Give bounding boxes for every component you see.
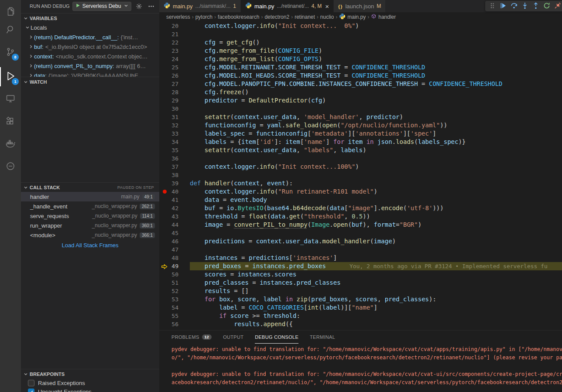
gutter[interactable]: 31 xyxy=(159,113,190,121)
panel-tab-debug-console[interactable]: DEBUG CONSOLE xyxy=(255,331,298,344)
editor-tab-main.py[interactable]: main.py.../siammask/...1 xyxy=(159,0,241,12)
activity-item-run-and-debug[interactable]: 1 xyxy=(0,67,21,86)
breakpoints-section-header[interactable]: BREAKPOINTS xyxy=(21,369,159,378)
breakpoints-rows: Raised ExceptionsUncaught Exceptions xyxy=(21,378,159,392)
variable-row[interactable]: (return) DefaultPredictor.__call__:{'ins… xyxy=(21,32,159,42)
gutter[interactable]: 48 xyxy=(159,254,190,262)
variable-row[interactable]: buf:<_io.BytesIO object at 0x7f5a2dc1ecc… xyxy=(21,42,159,51)
gutter[interactable]: 39 xyxy=(159,179,190,187)
gutter[interactable]: 41 xyxy=(159,196,190,204)
variable-row[interactable]: data:{'image': 'iVBOR0KG=AAAANSUhE… xyxy=(21,71,159,77)
gutter[interactable]: 37 xyxy=(159,163,190,171)
code-editor[interactable]: 20 context.logger.info("Init context... … xyxy=(159,22,562,330)
watch-section-header[interactable]: WATCH xyxy=(21,77,159,86)
step-over-button[interactable] xyxy=(509,1,519,11)
checkbox-checked[interactable] xyxy=(28,389,34,392)
code-text: buf = io.BytesIO(base64.b64decode(data["… xyxy=(190,204,562,212)
close-icon[interactable]: × xyxy=(325,3,329,10)
gutter[interactable]: 29 xyxy=(159,96,190,105)
gutter[interactable]: 42 xyxy=(159,204,190,212)
gutter[interactable]: 50 xyxy=(159,270,190,279)
breadcrumb-item-retinanet[interactable]: retinanet xyxy=(295,14,315,20)
stack-frame-row[interactable]: _handle_event_nuclio_wrapper.py262:1 xyxy=(21,201,159,211)
gutter[interactable]: 24 xyxy=(159,55,190,63)
disconnect-button[interactable] xyxy=(553,1,562,11)
activity-item-source-control[interactable]: 8 xyxy=(0,43,21,62)
breadcrumb-item-main.py[interactable]: main.py xyxy=(339,13,366,21)
stack-frame-row[interactable]: serve_requests_nuclio_wrapper.py114:1 xyxy=(21,211,159,221)
breadcrumb-item-detectron2[interactable]: detectron2 xyxy=(264,14,289,20)
line-number: 23 xyxy=(171,47,178,55)
gutter[interactable]: 38 xyxy=(159,171,190,179)
launch-config-dropdown[interactable]: Serverless Debu xyxy=(72,2,131,11)
activity-item-remote-explorer[interactable] xyxy=(0,89,21,109)
gutter[interactable]: 21 xyxy=(159,30,190,38)
scope-locals[interactable]: Locals xyxy=(21,23,159,32)
editor-tab-launch.json[interactable]: {}launch.jsonM xyxy=(334,0,386,12)
gutter[interactable]: 26 xyxy=(159,72,190,80)
breakpoint-row[interactable]: Raised Exceptions xyxy=(21,378,159,387)
gutter[interactable]: 27 xyxy=(159,80,190,88)
step-into-button[interactable] xyxy=(520,1,530,11)
gutter[interactable]: 56 xyxy=(159,320,190,328)
gutter[interactable]: 44 xyxy=(159,221,190,229)
variable-row[interactable]: context:<nuclio_sdk.context.Context obje… xyxy=(21,51,159,61)
gutter[interactable]: 46 xyxy=(159,237,190,245)
breadcrumb-item-serverless[interactable]: serverless xyxy=(166,14,190,20)
panel-tab-output[interactable]: OUTPUT xyxy=(223,331,243,344)
editor-tab-main.py[interactable]: main.py.../retinanet/...4, M× xyxy=(241,0,334,12)
variables-section-header[interactable]: VARIABLES xyxy=(21,13,159,23)
restart-button[interactable] xyxy=(542,1,552,11)
breakpoint-icon[interactable] xyxy=(163,190,167,194)
gutter[interactable]: 54 xyxy=(159,303,190,312)
gutter[interactable]: 45 xyxy=(159,229,190,237)
gutter[interactable]: 32 xyxy=(159,121,190,130)
line-number: 22 xyxy=(171,38,178,47)
start-debug-icon[interactable] xyxy=(75,3,80,9)
breadcrumb-item-handler[interactable]: handler xyxy=(371,14,396,20)
gutter[interactable]: 36 xyxy=(159,154,190,163)
gutter[interactable]: 35 xyxy=(159,146,190,154)
panel-tab-problems[interactable]: PROBLEMS12 xyxy=(171,331,212,344)
line-number: 38 xyxy=(171,171,178,179)
gutter[interactable]: 53 xyxy=(159,295,190,303)
step-out-button[interactable] xyxy=(531,1,541,11)
breadcrumb-item-nuclio[interactable]: nuclio xyxy=(320,14,334,20)
breakpoint-row[interactable]: Uncaught Exceptions xyxy=(21,387,159,392)
gear-icon[interactable] xyxy=(134,1,144,11)
gutter[interactable]: 43 xyxy=(159,212,190,221)
scope-label: Locals xyxy=(31,24,47,31)
gutter[interactable]: 52 xyxy=(159,287,190,295)
stack-frame-row[interactable]: <module>_nuclio_wrapper.py366:1 xyxy=(21,230,159,240)
breadcrumb-item-pytorch[interactable]: pytorch xyxy=(195,14,212,20)
gutter[interactable]: 47 xyxy=(159,245,190,254)
debug-console-output[interactable]: pydev debugger: unable to find translati… xyxy=(159,344,562,387)
activity-item-docker[interactable] xyxy=(0,134,21,153)
gutter[interactable]: 33 xyxy=(159,130,190,138)
checkbox-unchecked[interactable] xyxy=(28,380,34,386)
load-all-stack-frames-link[interactable]: Load All Stack Frames xyxy=(21,240,159,250)
continue-button[interactable] xyxy=(498,1,508,11)
gutter[interactable]: 20 xyxy=(159,22,190,30)
stack-frame-row[interactable]: run_wrapper_nuclio_wrapper.py360:1 xyxy=(21,221,159,230)
variable-row[interactable]: (return) convert_PIL_to_numpy:array([[[ … xyxy=(21,61,159,71)
gutter[interactable]: 23 xyxy=(159,47,190,55)
more-actions-icon[interactable] xyxy=(146,1,156,11)
gutter[interactable]: 51 xyxy=(159,279,190,287)
gutter[interactable]: 40 xyxy=(159,187,190,196)
activity-item-search[interactable] xyxy=(0,20,21,40)
gutter[interactable]: 28 xyxy=(159,88,190,96)
gutter[interactable]: 22 xyxy=(159,38,190,47)
stack-frame-row[interactable]: handlermain.py49:1 xyxy=(21,192,159,201)
gutter[interactable]: 25 xyxy=(159,63,190,72)
activity-item-extensions[interactable] xyxy=(0,112,21,131)
activity-item-explorer[interactable] xyxy=(0,2,21,21)
gutter[interactable]: 49 xyxy=(159,262,190,270)
gutter[interactable]: 55 xyxy=(159,312,190,320)
gutter[interactable]: 30 xyxy=(159,105,190,113)
panel-tab-terminal[interactable]: TERMINAL xyxy=(310,331,335,344)
activity-item-database[interactable] xyxy=(0,157,21,176)
call-stack-section-header[interactable]: CALL STACK PAUSED ON STEP xyxy=(21,182,159,192)
breadcrumb-item-facebookresearch[interactable]: facebookresearch xyxy=(218,14,259,20)
gutter[interactable]: 34 xyxy=(159,138,190,146)
